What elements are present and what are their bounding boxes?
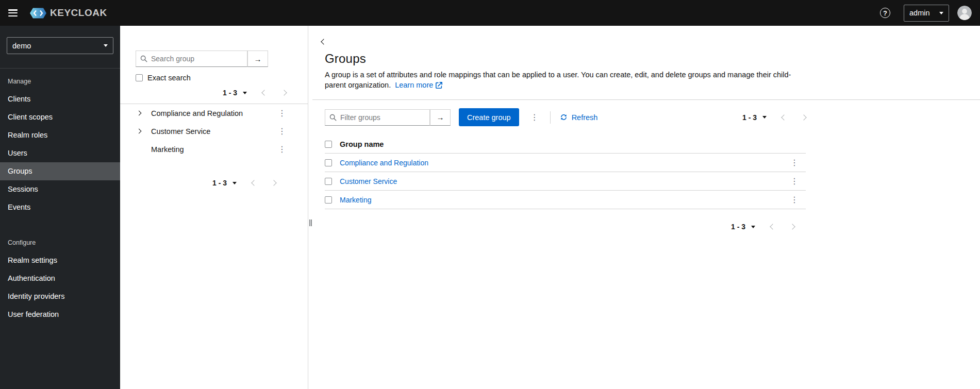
page-content: → Create group ⋮ Refresh 1 - 3 [312,100,818,231]
group-name-column-header[interactable]: Group name [340,140,384,148]
row-checkbox[interactable] [325,196,332,204]
group-name-link[interactable]: Compliance and Regulation [340,159,428,167]
kebab-menu-button[interactable]: ⋮ [788,158,801,168]
user-menu-label: admin [909,9,930,17]
pagination-menu-toggle[interactable]: 1 - 3 [212,179,237,187]
brand-wordmark: KEYCLOAK [50,7,107,19]
sidebar-item-clients[interactable]: Clients [0,90,120,108]
refresh-button[interactable]: Refresh [560,113,598,122]
nav-toggle-icon[interactable] [8,9,18,16]
pagination-range: 1 - 3 [742,113,757,122]
keycloak-logo-icon [29,7,47,20]
tree-item-label[interactable]: Compliance and Regulation [151,109,276,117]
page-title: Groups [325,52,968,66]
chevron-left-icon [261,90,267,95]
kebab-menu-button[interactable]: ⋮ [276,126,288,137]
tree-item-label[interactable]: Marketing [151,145,276,154]
collapse-tree-button[interactable] [322,38,330,45]
page-header: Groups A group is a set of attributes an… [312,45,980,100]
exact-search-row: Exact search [136,74,292,82]
tree-search-submit-button[interactable]: → [247,50,268,67]
tree-item-customer-service[interactable]: Customer Service ⋮ [120,122,308,140]
help-icon[interactable]: ? [880,8,890,18]
chevron-down-icon [243,92,247,94]
row-checkbox[interactable] [325,178,332,185]
search-icon [140,55,147,62]
group-name-link[interactable]: Marketing [340,196,371,204]
chevron-right-icon [801,114,806,120]
kebab-menu-button[interactable]: ⋮ [788,176,801,187]
chevron-left-icon [321,39,326,44]
sidebar-item-users[interactable]: Users [0,144,120,162]
tree-item-compliance-and-regulation[interactable]: Compliance and Regulation ⋮ [120,104,308,122]
page-description: A group is a set of attributes and role … [325,70,799,90]
refresh-label: Refresh [572,113,598,122]
sidebar-item-authentication[interactable]: Authentication [0,269,120,287]
pagination-prev-button[interactable] [252,181,256,185]
sidebar-item-groups[interactable]: Groups [0,162,120,180]
kebab-menu-button[interactable]: ⋮ [788,195,801,205]
pagination-menu-toggle[interactable]: 1 - 3 [731,223,755,231]
expand-chevron-icon[interactable] [137,111,144,115]
filter-submit-button[interactable]: → [430,109,451,126]
tree-search-box [136,50,247,67]
table-header-row: Group name [325,135,806,154]
avatar[interactable] [957,6,972,20]
select-all-checkbox[interactable] [325,141,332,148]
kebab-menu-button[interactable]: ⋮ [276,108,288,119]
pagination-next-button[interactable] [282,91,286,95]
brand[interactable]: KEYCLOAK [29,7,107,20]
learn-more-link[interactable]: Learn more [395,80,442,90]
realm-selector[interactable]: demo [7,37,113,54]
tree-search-group: → [136,50,268,67]
pagination-next-button[interactable] [802,115,806,120]
chevron-left-icon [781,114,787,120]
tree-item-label[interactable]: Customer Service [151,127,276,136]
expand-chevron-icon[interactable] [137,129,144,133]
sidebar-item-realm-roles[interactable]: Realm roles [0,126,120,144]
panel-resize-handle[interactable] [308,26,312,389]
group-name-link[interactable]: Customer Service [340,177,397,185]
pagination-prev-button[interactable] [782,115,786,120]
chevron-left-icon [251,180,257,185]
pagination-menu-toggle[interactable]: 1 - 3 [223,89,247,97]
row-checkbox[interactable] [325,159,332,166]
topbar: KEYCLOAK ? admin [0,0,980,26]
table-pagination-bottom: 1 - 3 [325,223,806,231]
chevron-down-icon [751,226,755,228]
pagination-menu-toggle[interactable]: 1 - 3 [742,113,767,122]
pagination-prev-button[interactable] [771,225,775,229]
pagination-prev-button[interactable] [262,91,267,95]
grip-icon [309,219,310,226]
refresh-icon [560,113,568,121]
filter-box [325,109,430,126]
nav-section-manage: Manage [0,69,120,90]
pagination-next-button[interactable] [272,181,276,185]
group-tree-panel: → Exact search 1 - 3 Compliance and Regu… [120,26,308,389]
kebab-menu-button[interactable]: ⋮ [276,144,288,155]
chevron-left-icon [770,224,775,229]
tree-pagination-top: 1 - 3 [120,89,308,97]
chevron-down-icon [232,182,237,184]
filter-group: → [325,109,451,126]
sidebar-item-realm-settings[interactable]: Realm settings [0,251,120,269]
pagination-next-button[interactable] [790,225,794,229]
tree-search-input[interactable] [136,50,247,67]
sidebar-item-identity-providers[interactable]: Identity providers [0,287,120,306]
user-menu[interactable]: admin [904,5,949,22]
kebab-menu-button[interactable]: ⋮ [528,112,541,123]
sidebar-item-client-scopes[interactable]: Client scopes [0,108,120,126]
groups-table: Group name Compliance and Regulation ⋮ C… [325,135,806,209]
tree-item-marketing[interactable]: Marketing ⋮ [120,140,308,158]
groups-toolbar: → Create group ⋮ Refresh 1 - 3 [325,108,806,126]
exact-search-checkbox[interactable] [136,74,143,81]
sidebar: demo Manage Clients Client scopes Realm … [0,26,120,389]
create-group-button[interactable]: Create group [459,108,519,126]
chevron-down-icon [939,12,943,14]
nav-section-configure: Configure [0,230,120,251]
sidebar-item-sessions[interactable]: Sessions [0,180,120,198]
realm-selector-value: demo [12,42,31,50]
sidebar-item-user-federation[interactable]: User federation [0,306,120,324]
sidebar-item-events[interactable]: Events [0,198,120,216]
filter-groups-input[interactable] [325,109,430,126]
